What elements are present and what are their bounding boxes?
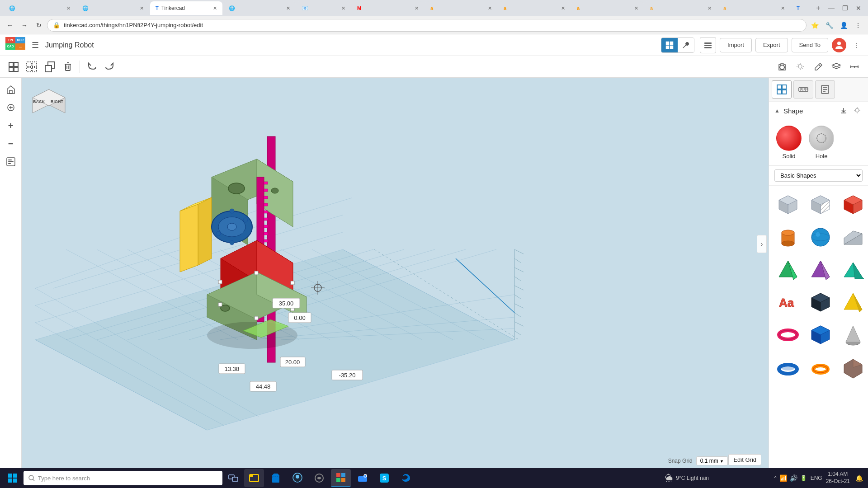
extensions-button[interactable]: 🔧	[823, 19, 835, 32]
light-tool[interactable]	[792, 59, 808, 75]
back-button[interactable]: ←	[4, 19, 16, 32]
tray-chevron[interactable]: ^	[774, 475, 776, 481]
tab-4-close[interactable]: ✕	[286, 5, 290, 11]
shape-prism-teal[interactable]	[838, 254, 868, 285]
project-menu-button[interactable]: ☰	[29, 39, 42, 52]
shape-box-navy[interactable]	[805, 319, 836, 350]
shape-torus-blue[interactable]	[773, 352, 803, 383]
hole-shape-option[interactable]: Hole	[809, 126, 834, 160]
taskbar-radio[interactable]	[309, 469, 329, 487]
maximize-button[interactable]: ❐	[839, 2, 851, 14]
bookmark-button[interactable]: ⭐	[808, 19, 821, 32]
tab-2-close[interactable]: ✕	[140, 5, 144, 11]
taskbar-skype[interactable]: S	[374, 469, 394, 487]
panel-import-icon[interactable]	[838, 105, 849, 116]
shape-pyramid-yellow[interactable]	[838, 287, 868, 318]
panel-ruler-icon[interactable]	[793, 80, 813, 99]
ungroup-button[interactable]	[24, 59, 40, 75]
snap-grid-value-button[interactable]: 0.1 mm ▼	[696, 456, 728, 465]
export-button[interactable]: Export	[755, 38, 788, 52]
tray-volume[interactable]: 🔊	[790, 474, 797, 482]
send-to-button[interactable]: Send To	[792, 38, 828, 52]
fit-all-button[interactable]	[3, 99, 19, 116]
redo-button[interactable]	[102, 59, 118, 75]
shape-cone-gray[interactable]	[838, 319, 868, 350]
tab-11[interactable]: a ✕	[718, 1, 790, 15]
tab-11-close[interactable]: ✕	[781, 5, 785, 11]
shape-sphere[interactable]	[805, 222, 836, 253]
tab-6[interactable]: M ✕	[352, 1, 424, 15]
layers-tool[interactable]	[828, 59, 844, 75]
tab-8[interactable]: a ✕	[498, 1, 571, 15]
tab-1[interactable]: 🌐 ✕	[4, 1, 76, 15]
shape-text[interactable]: Aa	[773, 287, 803, 318]
tab-active-close[interactable]: ✕	[213, 5, 217, 11]
taskbar-edge[interactable]	[396, 469, 416, 487]
import-button[interactable]: Import	[720, 38, 752, 52]
start-button[interactable]	[4, 469, 22, 487]
tab-7[interactable]: a ✕	[425, 1, 497, 15]
close-button[interactable]: ✕	[853, 2, 864, 14]
address-bar[interactable]: 🔒 tinkercad.com/things/hn1PNfi2P4Y-jumpi…	[47, 19, 807, 32]
tab-5-close[interactable]: ✕	[341, 5, 345, 11]
shapes-dropdown[interactable]: Basic Shapes	[774, 169, 863, 182]
edit-grid-button[interactable]: Edit Grid	[728, 454, 761, 465]
tab-10[interactable]: a ✕	[645, 1, 717, 15]
zoom-add-button[interactable]: +	[3, 117, 19, 134]
solid-shape-option[interactable]: Solid	[776, 126, 802, 160]
view-cube[interactable]: RIGHT BACK	[29, 85, 69, 125]
taskbar-zoom[interactable]	[353, 469, 373, 487]
minimize-button[interactable]: —	[826, 2, 837, 14]
layers-button[interactable]	[700, 37, 716, 53]
undo-button[interactable]	[84, 59, 100, 75]
shape-torus-gold[interactable]	[805, 352, 836, 383]
taskbar-explorer[interactable]	[244, 469, 264, 487]
group-button[interactable]	[5, 59, 22, 75]
shape-box[interactable]	[773, 189, 803, 220]
language-button[interactable]: ENG	[811, 475, 822, 481]
tinkercad-logo[interactable]: TIN KER CAD ...	[5, 37, 25, 53]
panel-collapse-button[interactable]: ▲	[774, 108, 780, 114]
camera-tool[interactable]	[774, 59, 790, 75]
tab-12[interactable]: T ✕	[791, 1, 811, 15]
delete-button[interactable]	[60, 59, 76, 75]
tab-8-close[interactable]: ✕	[561, 5, 565, 11]
tab-9[interactable]: a ✕	[571, 1, 644, 15]
shape-box-blue[interactable]	[805, 287, 836, 318]
tab-7-close[interactable]: ✕	[488, 5, 492, 11]
shape-pyramid-green[interactable]	[773, 254, 803, 285]
grid-view-button[interactable]	[661, 38, 678, 52]
taskbar-store[interactable]	[266, 469, 286, 487]
tab-10-close[interactable]: ✕	[708, 5, 712, 11]
shape-pyramid-purple[interactable]	[805, 254, 836, 285]
settings-button[interactable]: ⋮	[852, 19, 864, 32]
pen-tool[interactable]	[810, 59, 826, 75]
tab-active[interactable]: T Tinkercad ✕	[150, 1, 222, 15]
shape-wedge[interactable]	[838, 222, 868, 253]
weather-widget[interactable]: 🌦 9°C Light rain	[660, 468, 714, 488]
shape-torus-pink[interactable]	[773, 319, 803, 350]
user-avatar[interactable]	[832, 38, 846, 52]
tab-2[interactable]: 🌐 ✕	[77, 1, 149, 15]
shape-box-striped[interactable]	[805, 189, 836, 220]
taskbar-search-bar[interactable]: Type here to search	[24, 471, 222, 485]
measure-tool[interactable]	[846, 59, 863, 75]
tab-5[interactable]: 📧 ✕	[297, 1, 351, 15]
taskbar-tinkercad[interactable]	[331, 469, 351, 487]
new-tab-button[interactable]: +	[812, 2, 825, 14]
history-button[interactable]	[3, 154, 19, 170]
viewport[interactable]: 35.00 0.00 20.00 13.38 -35.20 44.48	[22, 78, 769, 488]
panel-light-icon[interactable]	[852, 105, 863, 116]
tab-4[interactable]: 🌐 ✕	[223, 1, 296, 15]
tab-6-close[interactable]: ✕	[415, 5, 419, 11]
taskbar-steam[interactable]	[288, 469, 307, 487]
shape-brown[interactable]	[838, 352, 868, 383]
tray-network[interactable]: 📶	[779, 474, 787, 482]
refresh-button[interactable]: ↻	[33, 19, 45, 32]
taskbar-app-task-view[interactable]	[224, 469, 242, 487]
profile-button[interactable]: 👤	[837, 19, 850, 32]
panel-grid-icon[interactable]	[772, 80, 792, 99]
tab-1-close[interactable]: ✕	[66, 5, 71, 11]
notification-button[interactable]: 🔔	[854, 473, 864, 483]
wrench-view-button[interactable]	[678, 38, 694, 52]
